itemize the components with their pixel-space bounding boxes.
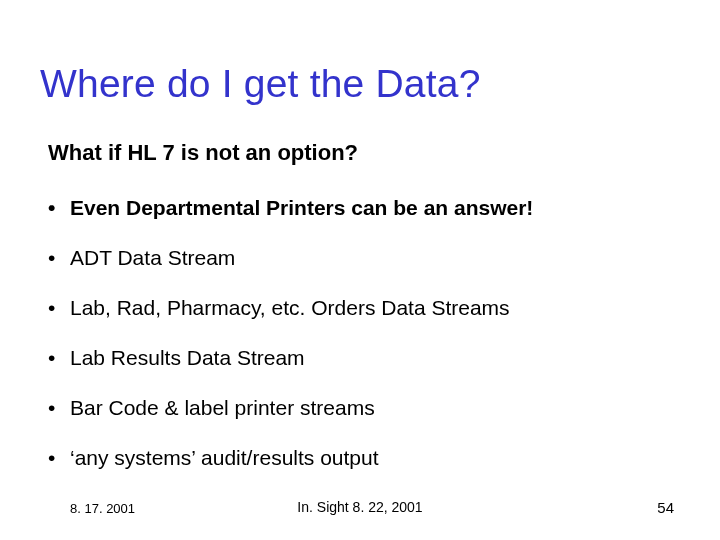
list-item: ‘any systems’ audit/results output — [42, 446, 682, 470]
list-item: Bar Code & label printer streams — [42, 396, 682, 420]
list-item: Lab Results Data Stream — [42, 346, 682, 370]
slide: Where do I get the Data? What if HL 7 is… — [0, 0, 720, 540]
list-item: Lab, Rad, Pharmacy, etc. Orders Data Str… — [42, 296, 682, 320]
slide-number: 54 — [657, 499, 674, 516]
slide-title: Where do I get the Data? — [40, 62, 682, 106]
slide-subtitle: What if HL 7 is not an option? — [48, 140, 682, 166]
list-item: Even Departmental Printers can be an ans… — [42, 196, 682, 220]
footer-center: In. Sight 8. 22, 2001 — [297, 499, 422, 515]
footer-date-left: 8. 17. 2001 — [70, 501, 135, 516]
footer: 8. 17. 2001 In. Sight 8. 22, 2001 54 — [0, 499, 720, 516]
bullet-list: Even Departmental Printers can be an ans… — [42, 196, 682, 470]
list-item: ADT Data Stream — [42, 246, 682, 270]
